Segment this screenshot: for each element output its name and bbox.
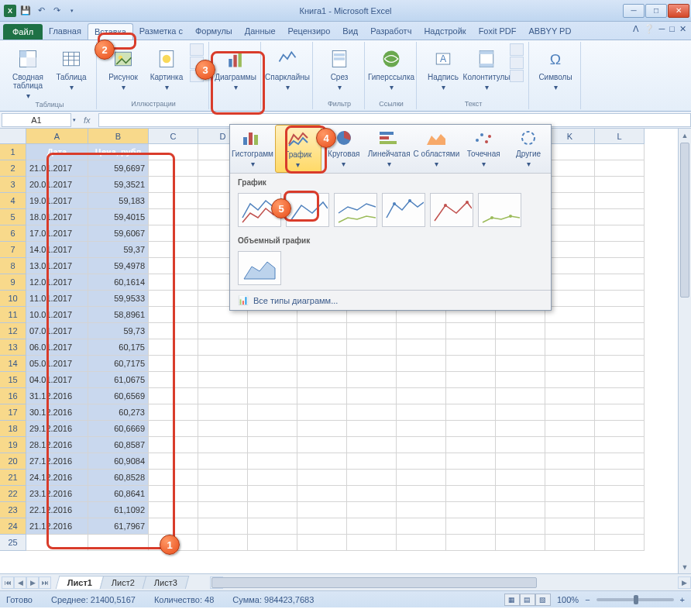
cell[interactable]: 60,6669	[88, 421, 149, 437]
cell[interactable]	[496, 486, 545, 502]
cell[interactable]	[496, 453, 545, 470]
cell[interactable]	[198, 453, 248, 470]
cell[interactable]	[149, 323, 198, 339]
cell[interactable]	[198, 404, 248, 421]
row-header[interactable]: 19	[0, 437, 26, 453]
view-break-icon[interactable]: ▧	[535, 594, 551, 606]
cell[interactable]	[595, 242, 645, 258]
cell[interactable]: 58,8961	[88, 307, 149, 323]
cell[interactable]	[397, 535, 446, 551]
row-header[interactable]: 12	[0, 323, 26, 339]
row-header[interactable]: 23	[0, 502, 26, 518]
view-layout-icon[interactable]: ▤	[520, 594, 535, 606]
cell[interactable]	[248, 453, 297, 470]
cell[interactable]	[347, 502, 397, 518]
cell[interactable]	[397, 372, 446, 388]
redo-icon[interactable]: ↷	[50, 4, 64, 18]
doc-close-icon[interactable]: ✕	[679, 24, 686, 34]
cell[interactable]	[496, 323, 545, 339]
save-icon[interactable]: 💾	[19, 4, 33, 18]
cell[interactable]	[198, 502, 248, 518]
cell[interactable]	[149, 453, 198, 470]
cell[interactable]: 10.01.2017	[26, 307, 88, 323]
cell[interactable]: 12.01.2017	[26, 274, 88, 291]
tab-данные[interactable]: Данные	[239, 23, 282, 40]
cell[interactable]: 04.01.2017	[26, 372, 88, 388]
cell[interactable]	[347, 421, 397, 437]
cell[interactable]: 59,9533	[88, 291, 149, 307]
cell[interactable]: 59,37	[88, 242, 149, 258]
cell[interactable]	[149, 356, 198, 372]
select-all-corner[interactable]	[0, 129, 26, 144]
tab-abbyy pd[interactable]: ABBYY PD	[523, 23, 578, 40]
cell[interactable]	[297, 388, 347, 404]
cell[interactable]	[248, 421, 297, 437]
cell[interactable]	[397, 421, 446, 437]
cell[interactable]	[248, 470, 297, 486]
cell[interactable]	[397, 502, 446, 518]
row-header[interactable]: 11	[0, 307, 26, 323]
cell[interactable]	[545, 258, 595, 274]
tab-вставка[interactable]: Вставка	[88, 23, 133, 40]
cell[interactable]	[545, 453, 595, 470]
cell[interactable]	[248, 535, 297, 551]
cell[interactable]: 18.01.2017	[26, 209, 88, 225]
3d-line-chart-option[interactable]	[238, 251, 281, 285]
horizontal-scrollbar[interactable]: ◀ ▶	[210, 576, 691, 589]
cell[interactable]	[545, 470, 595, 486]
cell[interactable]	[397, 339, 446, 356]
cell[interactable]	[496, 421, 545, 437]
ribbon-clip-button[interactable]: Картинка▾	[146, 43, 187, 91]
cell[interactable]	[297, 535, 347, 551]
cell[interactable]	[248, 388, 297, 404]
cell[interactable]	[595, 404, 645, 421]
cell[interactable]	[496, 388, 545, 404]
cell[interactable]	[149, 225, 198, 242]
cell[interactable]	[297, 470, 347, 486]
scroll-up-icon[interactable]: ▲	[679, 129, 691, 142]
cell[interactable]	[545, 274, 595, 291]
row-header[interactable]: 22	[0, 486, 26, 502]
zoom-level[interactable]: 100%	[557, 595, 579, 604]
cell[interactable]: 11.01.2017	[26, 291, 88, 307]
cell[interactable]	[149, 502, 198, 518]
maximize-button[interactable]: □	[645, 4, 667, 18]
cell[interactable]	[297, 421, 347, 437]
cell[interactable]	[595, 437, 645, 453]
cell[interactable]	[397, 437, 446, 453]
cell[interactable]	[297, 502, 347, 518]
cell[interactable]	[149, 274, 198, 291]
cell[interactable]	[496, 372, 545, 388]
cell[interactable]	[297, 437, 347, 453]
cell[interactable]	[496, 470, 545, 486]
minimize-button[interactable]: ─	[623, 4, 645, 18]
cell[interactable]	[545, 291, 595, 307]
line-chart-option[interactable]	[478, 193, 521, 227]
row-header[interactable]: 25	[0, 535, 26, 551]
cell[interactable]	[198, 356, 248, 372]
cell[interactable]	[397, 470, 446, 486]
tab-вид[interactable]: Вид	[336, 23, 364, 40]
cell[interactable]: 20.01.2017	[26, 177, 88, 193]
cell[interactable]	[149, 470, 198, 486]
cell[interactable]	[347, 437, 397, 453]
cell[interactable]	[248, 518, 297, 535]
cell[interactable]	[545, 339, 595, 356]
zoom-in-icon[interactable]: +	[680, 595, 685, 604]
tab-главная[interactable]: Главная	[43, 23, 88, 40]
row-header[interactable]: 5	[0, 209, 26, 225]
cell[interactable]	[595, 209, 645, 225]
cell[interactable]: 29.12.2016	[26, 421, 88, 437]
cell[interactable]	[496, 535, 545, 551]
cell[interactable]	[149, 518, 198, 535]
view-normal-icon[interactable]: ▦	[504, 594, 520, 606]
cell[interactable]	[149, 486, 198, 502]
doc-restore-icon[interactable]: □	[669, 24, 675, 34]
fx-icon[interactable]: fx	[76, 115, 98, 125]
doc-minimize-icon[interactable]: ─	[659, 24, 665, 34]
cell[interactable]: Дата	[26, 144, 88, 160]
cell[interactable]	[595, 160, 645, 177]
sheet-next-icon[interactable]: ▶	[26, 576, 39, 589]
cell[interactable]	[446, 518, 496, 535]
cell[interactable]	[198, 372, 248, 388]
